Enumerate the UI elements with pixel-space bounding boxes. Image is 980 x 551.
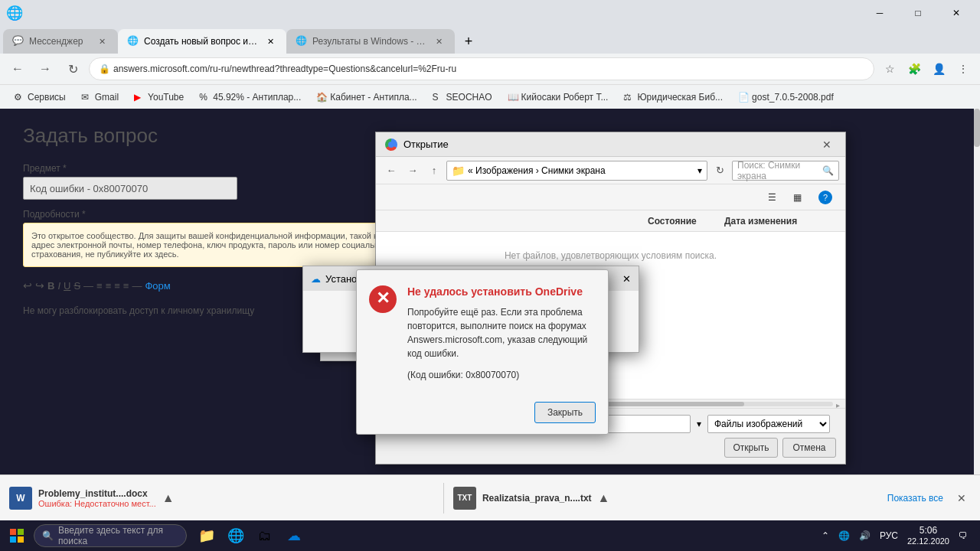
bookmark-label-law: Юридическая Биб... (637, 92, 723, 103)
open-dialog-toolbar: ☰ ▦ ? (376, 184, 845, 210)
filetype-select[interactable]: Файлы изображений (707, 415, 830, 433)
chrome-taskbar-icon: 🌐 (227, 527, 244, 544)
svg-rect-2 (10, 529, 16, 535)
bookmark-star-button[interactable]: ☆ (879, 58, 900, 80)
bookmarks-bar: ⚙ Сервисы ✉ Gmail ▶ YouTube % 45.92% - А… (0, 84, 980, 109)
onedrive-close-button[interactable]: ✕ (622, 273, 631, 285)
bookmark-kiyosaki[interactable]: 📖 Кийосаки Роберт Т... (501, 88, 615, 106)
open-button[interactable]: Открыть (724, 438, 778, 458)
onedrive-icon-main: ☁ (311, 273, 321, 285)
breadcrumb-dropdown[interactable]: ▾ (697, 165, 702, 176)
options-icon: ▦ (793, 192, 802, 203)
minimize-button[interactable]: ─ (862, 0, 897, 26)
lang-text: РУС (880, 530, 898, 541)
download-icon-2: TXT (453, 487, 476, 510)
scroll-thumb[interactable] (974, 109, 980, 147)
bookmark-gmail[interactable]: ✉ Gmail (75, 88, 125, 106)
bookmark-antiplag2[interactable]: 🏠 Кабинет - Антипла... (310, 88, 423, 106)
bookmark-law[interactable]: ⚖ Юридическая Биб... (617, 88, 729, 106)
error-title: Не удалось установить OneDrive (407, 285, 596, 298)
forward-button[interactable]: → (34, 57, 57, 80)
scrollbar[interactable] (974, 109, 980, 474)
help-button[interactable]: ? (812, 187, 839, 207)
bookmark-antiplag1[interactable]: % 45.92% - Антиплар... (193, 88, 307, 106)
tab-results[interactable]: 🌐 Результаты в Windows - Micros... ✕ (286, 29, 455, 54)
taskbar-app-explorer[interactable]: 📁 (193, 522, 220, 549)
breadcrumb-path[interactable]: 📁 « Изображения › Снимки экрана ▾ (446, 161, 707, 181)
window-controls: ─ □ ✕ (862, 0, 974, 26)
subject-input[interactable] (23, 177, 237, 200)
tab-title-messenger: Мессенджер (29, 36, 90, 47)
empty-text: Нет файлов, удовлетворяющих условиям пои… (505, 250, 717, 261)
taskbar-date: 22.12.2020 (907, 536, 949, 546)
dialog-back-button[interactable]: ← (382, 161, 400, 180)
profile-button[interactable]: 👤 (928, 58, 949, 80)
bookmark-gost[interactable]: 📄 gost_7.0.5-2008.pdf (732, 88, 840, 106)
error-code: (Код ошибки: 0x80070070) (407, 370, 596, 380)
search-box[interactable]: Поиск: Снимки экрана 🔍 (732, 161, 839, 181)
download-expand-2[interactable]: ▲ (598, 491, 610, 505)
download-item-2: TXT Realizatsia_prava_n....txt ▲ (453, 487, 878, 510)
tab-favicon-results: 🌐 (296, 35, 308, 47)
taskbar-datetime[interactable]: 5:06 22.12.2020 (904, 522, 952, 549)
taskbar-apps: 📁 🌐 🗂 ☁ (193, 522, 308, 549)
bookmark-youtube[interactable]: ▶ YouTube (128, 88, 190, 106)
new-tab-button[interactable]: + (458, 31, 479, 52)
bookmark-seochao[interactable]: S SEOCHAO (426, 88, 498, 106)
tab-messenger[interactable]: 💬 Мессенджер ✕ (3, 29, 118, 54)
bookmark-label-seochao: SEOCHAO (446, 92, 492, 103)
cancel-button[interactable]: Отмена (782, 438, 836, 458)
title-bar: 🌐 ─ □ ✕ (0, 0, 980, 26)
bookmark-label-gost: gost_7.0.5-2008.pdf (752, 92, 834, 103)
taskbar-lang[interactable]: РУС (877, 522, 901, 549)
error-close-button[interactable]: Закрыть (534, 402, 596, 423)
tab-answers[interactable]: 🌐 Создать новый вопрос или на... ✕ (118, 29, 286, 54)
files-icon: 🗂 (258, 528, 272, 544)
tab-favicon-messenger: 💬 (12, 35, 24, 47)
tab-close-results[interactable]: ✕ (432, 34, 446, 48)
reload-button[interactable]: ↻ (61, 57, 84, 80)
address-bar[interactable]: 🔒 answers.microsoft.com/ru-ru/newthread?… (89, 57, 874, 80)
back-button[interactable]: ← (6, 57, 29, 80)
dialog-up-button[interactable]: ↑ (425, 161, 443, 180)
download-info-2: Realizatsia_prava_n....txt (482, 493, 592, 504)
filename-dropdown[interactable]: ▾ (697, 419, 701, 429)
error-icon: ✕ (369, 285, 397, 315)
dialog-forward-button[interactable]: → (403, 161, 422, 180)
taskbar-volume-icon[interactable]: 🔊 (856, 522, 874, 549)
tab-close-answers[interactable]: ✕ (263, 34, 277, 48)
start-button[interactable] (3, 522, 31, 549)
view-details-button[interactable]: ☰ (761, 187, 783, 207)
show-all-button[interactable]: Показать все (887, 493, 943, 504)
notice-box: Это открытое сообщество. Для защиты ваше… (23, 223, 406, 267)
taskbar-tray-icons[interactable]: ⌃ (818, 522, 832, 549)
taskbar-notification-icon[interactable]: 🗨 (956, 522, 971, 549)
download-icon-1: W (9, 487, 32, 510)
taskbar-app-onedrive[interactable]: ☁ (280, 522, 308, 549)
bookmark-favicon-gost: 📄 (738, 92, 749, 103)
close-window-button[interactable]: ✕ (939, 0, 974, 26)
dialog-refresh-button[interactable]: ↻ (710, 161, 729, 180)
bookmark-favicon-antiplag2: 🏠 (316, 92, 327, 103)
bookmark-favicon-youtube: ▶ (134, 92, 145, 103)
view-options-button[interactable]: ▦ (786, 187, 808, 207)
download-expand-1[interactable]: ▲ (162, 491, 175, 505)
nav-bar: ← → ↻ 🔒 answers.microsoft.com/ru-ru/newt… (0, 54, 980, 84)
menu-button[interactable]: ⋮ (952, 58, 974, 80)
taskbar-network-icon[interactable]: 🌐 (835, 522, 853, 549)
download-bar-close-button[interactable]: ✕ (952, 489, 971, 507)
extension-button[interactable]: 🧩 (903, 58, 925, 80)
bookmark-services[interactable]: ⚙ Сервисы (8, 88, 72, 106)
taskbar-app-chrome[interactable]: 🌐 (222, 522, 250, 549)
maximize-button[interactable]: □ (900, 0, 936, 26)
taskbar-search[interactable]: 🔍 Введите здесь текст для поиска (34, 524, 187, 547)
taskbar-app-files[interactable]: 🗂 (251, 522, 279, 549)
col-date-header: Дата изменения (724, 216, 839, 227)
bookmark-label-youtube: YouTube (148, 92, 184, 103)
open-dialog-close-button[interactable]: ✕ (818, 135, 836, 154)
tab-close-messenger[interactable]: ✕ (95, 34, 109, 48)
scroll-right-icon[interactable]: ▸ (836, 401, 842, 407)
bookmark-favicon-seochao: S (433, 92, 443, 103)
error-message: Попробуйте ещё раз. Если эта проблема по… (407, 305, 596, 360)
explorer-icon: 📁 (198, 527, 215, 544)
